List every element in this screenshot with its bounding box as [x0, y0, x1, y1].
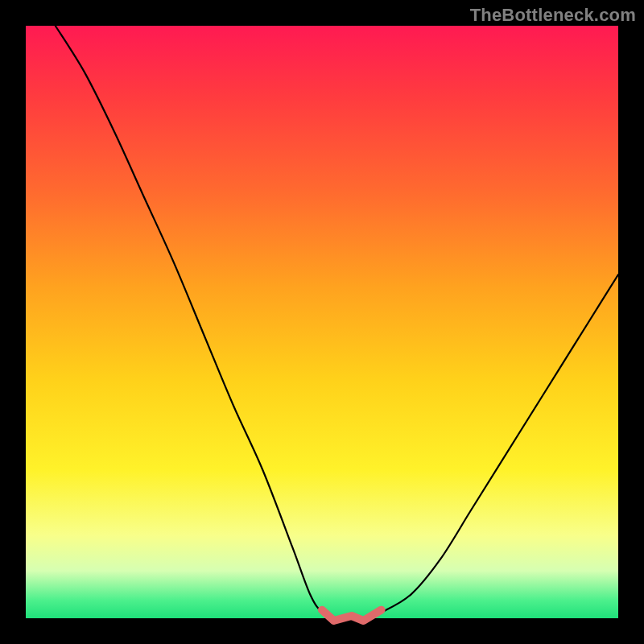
curve-svg: [26, 26, 618, 618]
highlight-segment: [322, 610, 382, 621]
chart-frame: TheBottleneck.com: [0, 0, 644, 644]
bottleneck-curve: [56, 26, 618, 619]
watermark-text: TheBottleneck.com: [470, 5, 636, 26]
plot-area: [26, 26, 618, 618]
